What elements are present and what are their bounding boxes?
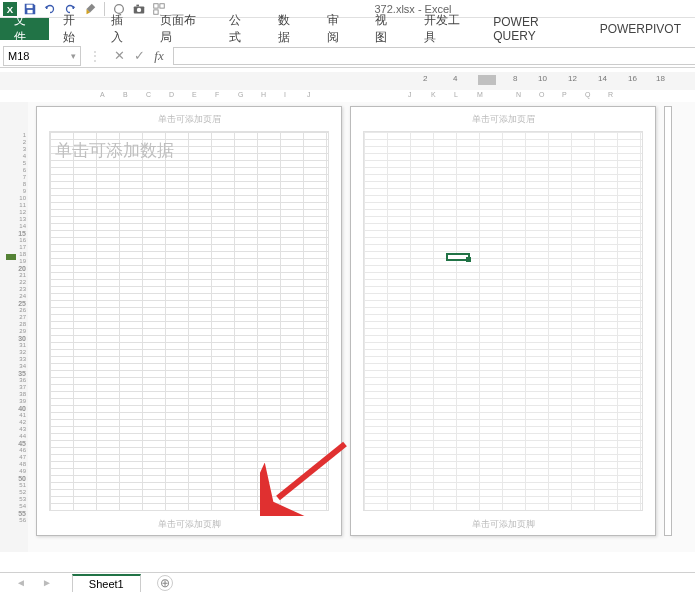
row-number: 5 <box>23 160 26 167</box>
ruler-tick: 18 <box>656 74 665 83</box>
formula-input[interactable] <box>173 47 695 65</box>
col-header: H <box>261 91 266 98</box>
column-headers: A B C D E F G H I J J K L M N O P Q R <box>0 90 695 102</box>
col-header: D <box>169 91 174 98</box>
row-number: 44 <box>19 433 26 440</box>
row-number: 36 <box>19 377 26 384</box>
row-number: 6 <box>23 167 26 174</box>
col-header: N <box>516 91 521 98</box>
page-footer-hint[interactable]: 单击可添加页脚 <box>351 518 655 531</box>
row-number: 19 <box>19 258 26 265</box>
row-number: 46 <box>19 447 26 454</box>
ruler-active-marker <box>478 75 496 85</box>
svg-rect-9 <box>160 3 164 7</box>
ruler-tick: 8 <box>513 74 517 83</box>
page-grid[interactable] <box>49 131 329 511</box>
camera-icon[interactable] <box>131 1 147 17</box>
ruler-tick: 4 <box>453 74 457 83</box>
quick-access-toolbar: X 372.xlsx - Excel <box>0 0 695 18</box>
row-number: 11 <box>19 202 26 209</box>
sheet-bar: ◄ ► Sheet1 ⊕ <box>0 572 695 592</box>
tab-view[interactable]: 视图 <box>361 18 410 40</box>
brush-icon[interactable] <box>82 1 98 17</box>
col-header: L <box>454 91 458 98</box>
row-number: 51 <box>19 482 26 489</box>
svg-rect-7 <box>136 4 139 6</box>
tab-layout[interactable]: 页面布局 <box>146 18 215 40</box>
row-number: 54 <box>19 503 26 510</box>
tab-file[interactable]: 文件 <box>0 18 49 40</box>
col-header: F <box>215 91 219 98</box>
col-header: A <box>100 91 105 98</box>
col-header: Q <box>585 91 590 98</box>
row-number: 2 <box>23 139 26 146</box>
row-number: 14 <box>19 223 26 230</box>
row-number: 24 <box>19 293 26 300</box>
row-number: 52 <box>19 489 26 496</box>
row-number: 21 <box>19 272 26 279</box>
row-number: 47 <box>19 454 26 461</box>
horizontal-ruler: 2 4 6 8 10 12 14 16 18 <box>0 72 695 90</box>
tab-home[interactable]: 开始 <box>49 18 98 40</box>
row-number: 53 <box>19 496 26 503</box>
svg-point-6 <box>137 7 141 11</box>
ruler-tick: 10 <box>538 74 547 83</box>
svg-rect-8 <box>154 3 158 7</box>
data-hint[interactable]: 单击可添加数据 <box>55 139 174 162</box>
ribbon-tabs: 文件 开始 插入 页面布局 公式 数据 审阅 视图 开发工具 POWER QUE… <box>0 18 695 40</box>
row-number: 37 <box>19 384 26 391</box>
row-number: 48 <box>19 461 26 468</box>
row-number: 23 <box>19 286 26 293</box>
fx-icon[interactable]: fx <box>149 48 169 64</box>
page-header-hint[interactable]: 单击可添加页眉 <box>351 107 655 129</box>
tab-data[interactable]: 数据 <box>264 18 313 40</box>
tab-powerquery[interactable]: POWER QUERY <box>479 18 585 40</box>
cancel-icon[interactable]: ✕ <box>109 48 129 63</box>
row-number: 49 <box>19 468 26 475</box>
page-3-sliver <box>664 106 672 536</box>
row-number: 42 <box>19 419 26 426</box>
row-number: 17 <box>19 244 26 251</box>
ruler-tick: 14 <box>598 74 607 83</box>
active-cell[interactable] <box>446 253 470 261</box>
qat-divider <box>104 2 105 16</box>
page-footer-hint[interactable]: 单击可添加页脚 <box>37 518 341 531</box>
col-header: J <box>307 91 311 98</box>
tab-dev[interactable]: 开发工具 <box>410 18 479 40</box>
page-header-hint[interactable]: 单击可添加页眉 <box>37 107 341 129</box>
col-header: M <box>477 91 483 98</box>
undo-icon[interactable] <box>42 1 58 17</box>
name-box-value: M18 <box>8 50 29 62</box>
row-number: 4 <box>23 153 26 160</box>
ruler-tick: 12 <box>568 74 577 83</box>
row-number: 41 <box>19 412 26 419</box>
nav-prev-icon[interactable]: ◄ <box>12 577 30 588</box>
row-number: 7 <box>23 174 26 181</box>
sheet-tab-sheet1[interactable]: Sheet1 <box>72 574 141 592</box>
tab-review[interactable]: 审阅 <box>313 18 362 40</box>
row-number: 32 <box>19 349 26 356</box>
col-header: B <box>123 91 128 98</box>
page-2[interactable]: 单击可添加页眉 单击可添加页脚 <box>350 106 656 536</box>
fb-separator: ⋮ <box>89 49 101 63</box>
tab-powerpivot[interactable]: POWERPIVOT <box>586 18 695 40</box>
row-number: 16 <box>19 237 26 244</box>
row-number: 12 <box>19 209 26 216</box>
add-sheet-button[interactable]: ⊕ <box>157 575 173 591</box>
row-number: 1 <box>23 132 26 139</box>
page-grid[interactable] <box>363 131 643 511</box>
tab-insert[interactable]: 插入 <box>97 18 146 40</box>
col-header: P <box>562 91 567 98</box>
row-number: 43 <box>19 426 26 433</box>
row-number: 56 <box>19 517 26 524</box>
row-number: 22 <box>19 279 26 286</box>
name-box[interactable]: M18 <box>3 46 81 66</box>
accept-icon[interactable]: ✓ <box>129 48 149 63</box>
col-header: O <box>539 91 544 98</box>
nav-next-icon[interactable]: ► <box>38 577 56 588</box>
row-number: 9 <box>23 188 26 195</box>
row-number: 8 <box>23 181 26 188</box>
tab-formula[interactable]: 公式 <box>215 18 264 40</box>
row-number: 28 <box>19 321 26 328</box>
page-1[interactable]: 单击可添加页眉 单击可添加数据 单击可添加页脚 <box>36 106 342 536</box>
